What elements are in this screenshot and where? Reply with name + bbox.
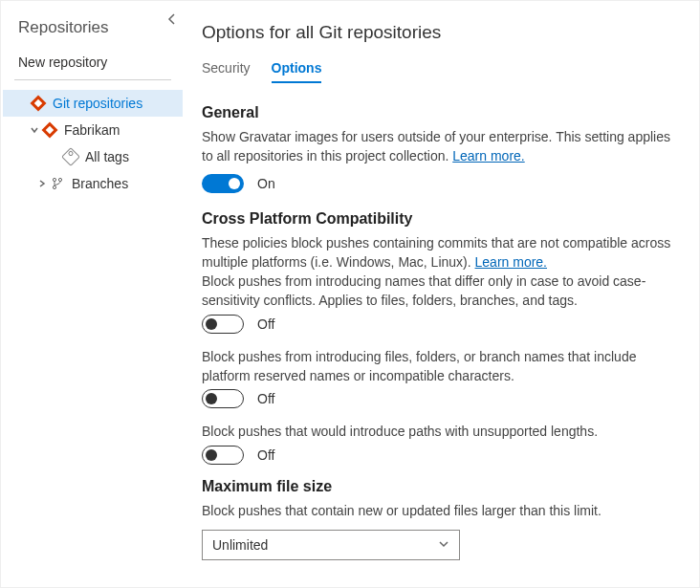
case-sensitivity-desc: Block pushes from introducing names that… — [202, 272, 678, 311]
app-root: Repositories New repository Git reposito… — [0, 0, 700, 588]
tree-label: Git repositories — [47, 96, 142, 111]
tree-item-fabrikam[interactable]: Fabrikam — [3, 117, 183, 143]
sidebar: Repositories New repository Git reposito… — [1, 1, 185, 587]
tree-label: Fabrikam — [58, 122, 120, 138]
compat-learn-more-link[interactable]: Learn more. — [475, 254, 547, 270]
page-title: Options for all Git repositories — [202, 22, 678, 43]
compat-description: These policies block pushes containing c… — [202, 233, 678, 272]
sidebar-divider — [14, 79, 171, 80]
svg-point-2 — [53, 185, 55, 188]
sidebar-title: Repositories — [1, 12, 185, 47]
tree-item-all-tags[interactable]: All tags — [3, 143, 183, 170]
tree-item-branches[interactable]: Branches — [3, 170, 183, 197]
path-length-toggle[interactable] — [202, 446, 244, 465]
svg-point-1 — [58, 178, 61, 181]
tab-bar: Security Options — [202, 60, 678, 83]
git-repo-icon — [41, 124, 58, 136]
svg-point-0 — [53, 178, 55, 181]
compat-desc-text: These policies block pushes containing c… — [202, 235, 670, 270]
reserved-names-desc: Block pushes from introducing files, fol… — [202, 347, 678, 386]
section-heading-maxsize: Maximum file size — [202, 478, 678, 495]
section-heading-compat: Cross Platform Compatibility — [202, 210, 678, 228]
git-repo-icon — [30, 98, 47, 109]
chevron-down-icon — [438, 537, 449, 553]
path-length-toggle-label: Off — [257, 447, 274, 463]
branch-icon — [49, 177, 66, 190]
tab-security[interactable]: Security — [202, 60, 251, 83]
expand-icon[interactable] — [35, 176, 49, 191]
tree-label: Branches — [66, 176, 128, 191]
maxsize-select[interactable]: Unlimited — [202, 530, 460, 560]
general-description: Show Gravatar images for users outside o… — [202, 127, 678, 166]
tree-label: All tags — [79, 149, 129, 164]
general-desc-text: Show Gravatar images for users outside o… — [202, 129, 670, 163]
section-heading-general: General — [202, 104, 678, 121]
reserved-names-toggle[interactable] — [202, 389, 244, 408]
case-sensitivity-toggle-label: Off — [257, 316, 274, 332]
tree-item-git-repositories[interactable]: Git repositories — [3, 90, 183, 117]
maxsize-selected-value: Unlimited — [212, 537, 268, 553]
expand-icon[interactable] — [28, 122, 41, 138]
reserved-names-toggle-label: Off — [257, 391, 274, 406]
gravatar-toggle[interactable] — [202, 174, 244, 193]
collapse-sidebar-icon[interactable] — [167, 12, 177, 28]
new-repository-link[interactable]: New repository — [1, 47, 185, 79]
repo-tree: Git repositories Fabrikam All tags — [1, 90, 185, 197]
tag-icon — [62, 150, 79, 163]
main-panel: Options for all Git repositories Securit… — [185, 1, 699, 587]
tab-options[interactable]: Options — [272, 60, 322, 83]
general-learn-more-link[interactable]: Learn more. — [452, 148, 524, 163]
case-sensitivity-toggle[interactable] — [202, 315, 244, 334]
maxsize-desc: Block pushes that contain new or updated… — [202, 501, 678, 520]
gravatar-toggle-label: On — [257, 176, 275, 191]
path-length-desc: Block pushes that would introduce paths … — [202, 422, 678, 441]
